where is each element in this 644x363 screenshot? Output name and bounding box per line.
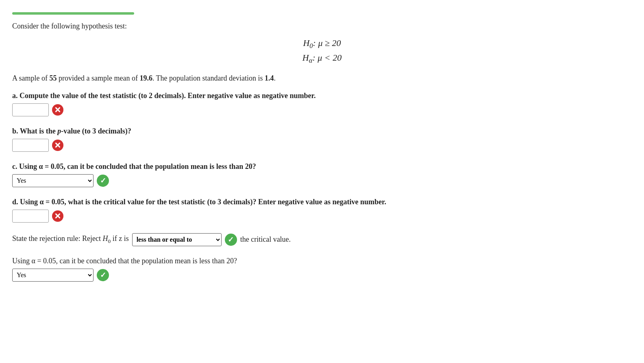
progress-bar — [12, 12, 134, 15]
rejection-rule-select[interactable]: less than or equal to less than greater … — [132, 233, 222, 246]
question-b: b. What is the p-value (to 3 decimals)? — [12, 127, 632, 152]
question-c-status-icon — [97, 175, 109, 187]
rejection-rule-status-icon — [225, 234, 237, 246]
question-d-input-row — [12, 210, 632, 223]
final-question-select[interactable]: Yes No — [12, 269, 94, 282]
hypothesis-block: H0: μ ≥ 20 Hα: μ < 20 — [12, 38, 632, 65]
question-c: c. Using α = 0.05, can it be concluded t… — [12, 162, 632, 187]
question-c-select[interactable]: Yes No — [12, 174, 94, 187]
question-a-input[interactable] — [12, 103, 49, 116]
sample-mean: 19.6 — [139, 74, 152, 82]
final-question-block: Using α = 0.05, can it be concluded that… — [12, 257, 632, 282]
rejection-rule-suffix: the critical value. — [240, 235, 291, 244]
final-question-label: Using α = 0.05, can it be concluded that… — [12, 257, 632, 265]
rejection-rule-row: State the rejection rule: Reject H0 if z… — [12, 233, 632, 246]
question-a: a. Compute the value of the test statist… — [12, 92, 632, 116]
question-c-label: c. Using α = 0.05, can it be concluded t… — [12, 162, 632, 171]
final-question-input-row: Yes No — [12, 269, 632, 282]
question-a-label: a. Compute the value of the test statist… — [12, 92, 632, 100]
intro-text: Consider the following hypothesis test: — [12, 22, 632, 31]
question-a-input-row — [12, 103, 632, 116]
question-b-input-row — [12, 139, 632, 152]
rejection-rule-prefix: State the rejection rule: Reject H0 if z… — [12, 234, 129, 245]
question-b-input[interactable] — [12, 139, 49, 152]
question-c-input-row: Yes No — [12, 174, 632, 187]
question-a-status-icon — [52, 104, 63, 116]
sample-info: A sample of 55 provided a sample mean of… — [12, 74, 632, 83]
question-d-label: d. Using α = 0.05, what is the critical … — [12, 198, 632, 206]
final-question-status-icon — [97, 269, 109, 281]
question-d: d. Using α = 0.05, what is the critical … — [12, 198, 632, 223]
hypothesis-ha: Hα: μ < 20 — [12, 52, 632, 65]
question-b-label: b. What is the p-value (to 3 decimals)? — [12, 127, 632, 136]
question-b-status-icon — [52, 140, 63, 151]
sample-n: 55 — [50, 74, 57, 82]
question-d-input[interactable] — [12, 210, 49, 223]
rejection-rule-block: State the rejection rule: Reject H0 if z… — [12, 233, 632, 246]
question-d-status-icon — [52, 210, 63, 222]
sample-sigma: 1.4 — [265, 74, 274, 82]
hypothesis-h0: H0: μ ≥ 20 — [12, 38, 632, 50]
